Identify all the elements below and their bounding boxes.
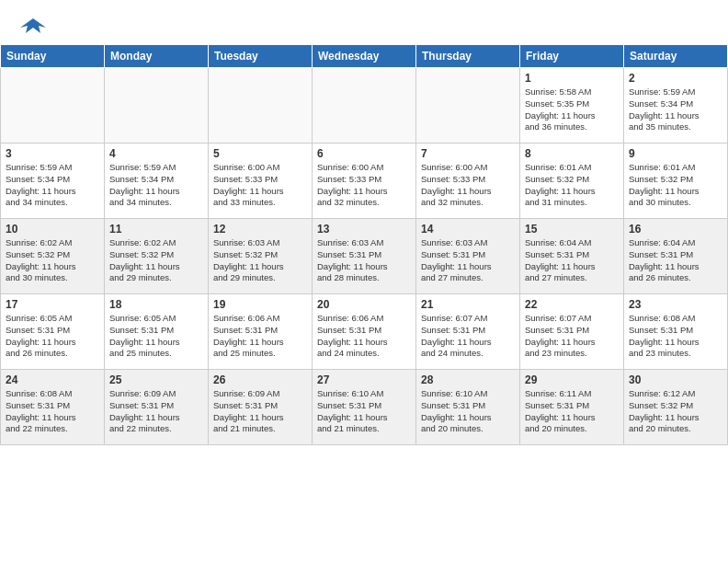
day-info: Sunrise: 6:01 AM Sunset: 5:32 PM Dayligh… — [525, 162, 619, 209]
day-number: 10 — [6, 223, 99, 236]
calendar-day-cell: 15Sunrise: 6:04 AM Sunset: 5:31 PM Dayli… — [520, 219, 624, 294]
day-number: 1 — [525, 72, 619, 85]
day-number: 14 — [421, 223, 515, 236]
day-info: Sunrise: 5:59 AM Sunset: 5:34 PM Dayligh… — [6, 162, 99, 209]
day-number: 23 — [629, 298, 722, 311]
day-number: 30 — [629, 373, 722, 386]
calendar-table: SundayMondayTuesdayWednesdayThursdayFrid… — [0, 44, 728, 445]
day-number: 19 — [213, 298, 307, 311]
calendar-day-header: Monday — [105, 45, 209, 68]
calendar-day-cell: 7Sunrise: 6:00 AM Sunset: 5:33 PM Daylig… — [416, 144, 520, 219]
logo — [18, 15, 46, 37]
calendar-week-row: 1Sunrise: 5:58 AM Sunset: 5:35 PM Daylig… — [1, 68, 728, 144]
day-info: Sunrise: 6:04 AM Sunset: 5:31 PM Dayligh… — [525, 237, 619, 284]
calendar-day-cell: 30Sunrise: 6:12 AM Sunset: 5:32 PM Dayli… — [624, 370, 728, 445]
day-number: 17 — [6, 298, 99, 311]
calendar-day-cell: 3Sunrise: 5:59 AM Sunset: 5:34 PM Daylig… — [1, 144, 105, 219]
calendar-day-cell: 12Sunrise: 6:03 AM Sunset: 5:32 PM Dayli… — [209, 219, 313, 294]
day-info: Sunrise: 6:00 AM Sunset: 5:33 PM Dayligh… — [421, 162, 515, 209]
day-number: 13 — [317, 223, 411, 236]
day-info: Sunrise: 6:09 AM Sunset: 5:31 PM Dayligh… — [109, 388, 203, 435]
day-number: 20 — [317, 298, 411, 311]
day-number: 2 — [629, 72, 722, 85]
calendar-day-cell: 19Sunrise: 6:06 AM Sunset: 5:31 PM Dayli… — [209, 294, 313, 370]
calendar-day-header: Friday — [520, 45, 624, 68]
logo-bird-icon — [20, 15, 46, 37]
calendar-day-cell: 20Sunrise: 6:06 AM Sunset: 5:31 PM Dayli… — [313, 294, 416, 370]
day-number: 27 — [317, 373, 411, 386]
day-info: Sunrise: 6:09 AM Sunset: 5:31 PM Dayligh… — [213, 388, 307, 435]
calendar-day-cell — [416, 68, 520, 144]
calendar-day-cell: 8Sunrise: 6:01 AM Sunset: 5:32 PM Daylig… — [520, 144, 624, 219]
calendar-day-cell: 4Sunrise: 5:59 AM Sunset: 5:34 PM Daylig… — [105, 144, 209, 219]
calendar-day-cell — [313, 68, 416, 144]
day-info: Sunrise: 6:12 AM Sunset: 5:32 PM Dayligh… — [629, 388, 722, 435]
day-number: 12 — [213, 223, 307, 236]
calendar-day-cell: 5Sunrise: 6:00 AM Sunset: 5:33 PM Daylig… — [209, 144, 313, 219]
calendar-week-row: 17Sunrise: 6:05 AM Sunset: 5:31 PM Dayli… — [1, 294, 728, 370]
calendar-day-cell: 9Sunrise: 6:01 AM Sunset: 5:32 PM Daylig… — [624, 144, 728, 219]
day-number: 5 — [213, 147, 307, 160]
calendar-day-cell: 25Sunrise: 6:09 AM Sunset: 5:31 PM Dayli… — [105, 370, 209, 445]
day-info: Sunrise: 6:10 AM Sunset: 5:31 PM Dayligh… — [421, 388, 515, 435]
day-info: Sunrise: 6:03 AM Sunset: 5:31 PM Dayligh… — [421, 237, 515, 284]
day-number: 29 — [525, 373, 619, 386]
day-number: 11 — [109, 223, 203, 236]
day-number: 9 — [629, 147, 722, 160]
day-number: 28 — [421, 373, 515, 386]
day-info: Sunrise: 6:02 AM Sunset: 5:32 PM Dayligh… — [109, 237, 203, 284]
day-info: Sunrise: 5:58 AM Sunset: 5:35 PM Dayligh… — [525, 86, 619, 133]
day-number: 25 — [109, 373, 203, 386]
page: SundayMondayTuesdayWednesdayThursdayFrid… — [0, 0, 728, 563]
day-number: 21 — [421, 298, 515, 311]
day-number: 16 — [629, 223, 722, 236]
day-info: Sunrise: 6:07 AM Sunset: 5:31 PM Dayligh… — [525, 313, 619, 360]
day-info: Sunrise: 6:03 AM Sunset: 5:31 PM Dayligh… — [317, 237, 411, 284]
day-info: Sunrise: 6:08 AM Sunset: 5:31 PM Dayligh… — [6, 388, 99, 435]
calendar-day-cell — [105, 68, 209, 144]
day-info: Sunrise: 6:03 AM Sunset: 5:32 PM Dayligh… — [213, 237, 307, 284]
day-number: 8 — [525, 147, 619, 160]
day-number: 26 — [213, 373, 307, 386]
calendar-day-cell: 22Sunrise: 6:07 AM Sunset: 5:31 PM Dayli… — [520, 294, 624, 370]
day-info: Sunrise: 6:08 AM Sunset: 5:31 PM Dayligh… — [629, 313, 722, 360]
day-info: Sunrise: 6:05 AM Sunset: 5:31 PM Dayligh… — [109, 313, 203, 360]
calendar-day-header: Saturday — [624, 45, 728, 68]
day-info: Sunrise: 5:59 AM Sunset: 5:34 PM Dayligh… — [109, 162, 203, 209]
calendar-day-cell: 18Sunrise: 6:05 AM Sunset: 5:31 PM Dayli… — [105, 294, 209, 370]
day-info: Sunrise: 6:00 AM Sunset: 5:33 PM Dayligh… — [317, 162, 411, 209]
calendar-day-cell: 28Sunrise: 6:10 AM Sunset: 5:31 PM Dayli… — [416, 370, 520, 445]
calendar-day-header: Wednesday — [313, 45, 416, 68]
day-info: Sunrise: 6:01 AM Sunset: 5:32 PM Dayligh… — [629, 162, 722, 209]
day-number: 3 — [6, 147, 99, 160]
day-number: 18 — [109, 298, 203, 311]
calendar-day-header: Tuesday — [209, 45, 313, 68]
calendar-day-header: Thursday — [416, 45, 520, 68]
day-info: Sunrise: 6:06 AM Sunset: 5:31 PM Dayligh… — [317, 313, 411, 360]
day-info: Sunrise: 6:05 AM Sunset: 5:31 PM Dayligh… — [6, 313, 99, 360]
calendar-day-cell — [209, 68, 313, 144]
svg-marker-0 — [20, 18, 46, 33]
day-info: Sunrise: 6:00 AM Sunset: 5:33 PM Dayligh… — [213, 162, 307, 209]
calendar-day-cell: 2Sunrise: 5:59 AM Sunset: 5:34 PM Daylig… — [624, 68, 728, 144]
calendar-day-cell: 10Sunrise: 6:02 AM Sunset: 5:32 PM Dayli… — [1, 219, 105, 294]
day-info: Sunrise: 6:06 AM Sunset: 5:31 PM Dayligh… — [213, 313, 307, 360]
day-number: 22 — [525, 298, 619, 311]
calendar-day-cell: 17Sunrise: 6:05 AM Sunset: 5:31 PM Dayli… — [1, 294, 105, 370]
day-info: Sunrise: 6:10 AM Sunset: 5:31 PM Dayligh… — [317, 388, 411, 435]
day-info: Sunrise: 5:59 AM Sunset: 5:34 PM Dayligh… — [629, 86, 722, 133]
calendar-day-cell: 1Sunrise: 5:58 AM Sunset: 5:35 PM Daylig… — [520, 68, 624, 144]
day-info: Sunrise: 6:02 AM Sunset: 5:32 PM Dayligh… — [6, 237, 99, 284]
calendar-week-row: 10Sunrise: 6:02 AM Sunset: 5:32 PM Dayli… — [1, 219, 728, 294]
day-number: 7 — [421, 147, 515, 160]
calendar-day-cell: 24Sunrise: 6:08 AM Sunset: 5:31 PM Dayli… — [1, 370, 105, 445]
calendar-day-cell: 13Sunrise: 6:03 AM Sunset: 5:31 PM Dayli… — [313, 219, 416, 294]
calendar-header-row: SundayMondayTuesdayWednesdayThursdayFrid… — [1, 45, 728, 68]
calendar-day-cell — [1, 68, 105, 144]
calendar-day-cell: 27Sunrise: 6:10 AM Sunset: 5:31 PM Dayli… — [313, 370, 416, 445]
calendar-day-cell: 6Sunrise: 6:00 AM Sunset: 5:33 PM Daylig… — [313, 144, 416, 219]
day-info: Sunrise: 6:11 AM Sunset: 5:31 PM Dayligh… — [525, 388, 619, 435]
calendar-day-cell: 11Sunrise: 6:02 AM Sunset: 5:32 PM Dayli… — [105, 219, 209, 294]
calendar-day-header: Sunday — [1, 45, 105, 68]
calendar-day-cell: 23Sunrise: 6:08 AM Sunset: 5:31 PM Dayli… — [624, 294, 728, 370]
